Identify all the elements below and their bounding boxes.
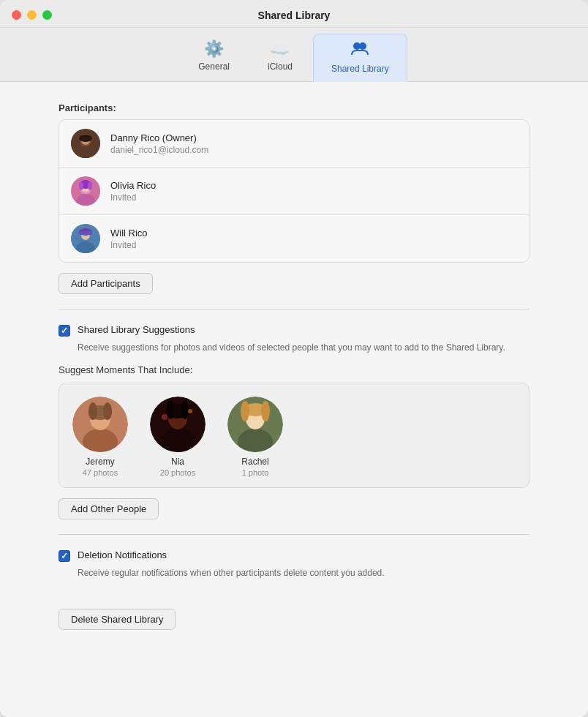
moment-count-rachel: 1 photo — [242, 468, 269, 477]
delete-shared-library-button[interactable]: Delete Shared Library — [59, 609, 176, 630]
svg-point-30 — [181, 400, 189, 419]
participant-name-olivia: Olivia Rico — [110, 180, 156, 191]
tabbar: ⚙️ General ☁️ iCloud Shared Library — [0, 28, 588, 82]
avatar-olivia — [71, 176, 100, 206]
main-content: Participants: Danny Rico (Owner) daniel_… — [0, 82, 588, 717]
shared-library-icon — [350, 40, 369, 61]
moments-grid: Jeremy 47 photos Nia — [59, 383, 529, 488]
moment-name-nia: Nia — [171, 457, 184, 467]
participant-name-will: Will Rico — [110, 228, 148, 239]
svg-point-38 — [261, 401, 270, 421]
moment-nia[interactable]: Nia 20 photos — [150, 397, 206, 477]
moment-rachel[interactable]: Rachel 1 photo — [227, 397, 283, 477]
participant-row-olivia: Olivia Rico Invited — [59, 168, 529, 215]
deletion-label: Deletion Notifications — [78, 549, 167, 560]
participant-row-danny: Danny Rico (Owner) daniel_rico1@icloud.c… — [59, 120, 529, 168]
participant-name-danny: Danny Rico (Owner) — [110, 132, 208, 143]
tab-general[interactable]: ⚙️ General — [181, 34, 247, 81]
divider-2 — [59, 534, 529, 535]
svg-point-13 — [88, 181, 92, 190]
avatar-jeremy — [72, 397, 128, 452]
deletion-desc: Receive regular notifications when other… — [78, 566, 529, 579]
tab-general-label: General — [198, 61, 230, 72]
checkmark-icon: ✓ — [61, 326, 68, 335]
svg-rect-18 — [79, 231, 92, 235]
svg-point-31 — [162, 414, 167, 420]
add-other-people-button[interactable]: Add Other People — [59, 498, 159, 519]
participants-list: Danny Rico (Owner) daniel_rico1@icloud.c… — [59, 119, 529, 263]
suggestions-checkbox[interactable]: ✓ — [59, 325, 70, 337]
moment-count-nia: 20 photos — [160, 468, 195, 477]
window-title: Shared Library — [258, 10, 331, 21]
avatar-danny — [71, 129, 100, 158]
participant-info-will: Will Rico Invited — [110, 228, 148, 250]
suggestions-desc: Receive suggestions for photos and video… — [78, 341, 529, 354]
suggest-moments-label: Suggest Moments That Include: — [59, 364, 529, 375]
participants-label: Participants: — [59, 102, 529, 113]
suggestions-checkbox-row[interactable]: ✓ Shared Library Suggestions — [59, 324, 529, 337]
avatar-nia — [150, 397, 206, 452]
maximize-button[interactable] — [42, 10, 52, 20]
app-window: Shared Library ⚙️ General ☁️ iCloud Shar… — [0, 0, 588, 717]
cloud-icon: ☁️ — [270, 40, 290, 59]
moment-count-jeremy: 47 photos — [83, 468, 118, 477]
svg-point-6 — [79, 135, 92, 142]
avatar-rachel — [227, 397, 283, 452]
divider-1 — [59, 309, 529, 309]
tab-icloud-label: iCloud — [268, 61, 293, 72]
moment-name-jeremy: Jeremy — [86, 457, 114, 467]
minimize-button[interactable] — [27, 10, 37, 20]
participant-status-will: Invited — [110, 240, 148, 250]
titlebar: Shared Library — [0, 0, 588, 28]
svg-point-24 — [103, 402, 112, 420]
svg-point-32 — [188, 409, 192, 413]
participant-row-will: Will Rico Invited — [59, 215, 529, 262]
gear-icon: ⚙️ — [204, 40, 224, 59]
add-participants-button[interactable]: Add Participants — [59, 273, 153, 294]
participant-info-danny: Danny Rico (Owner) daniel_rico1@icloud.c… — [110, 132, 208, 155]
tab-shared-library-label: Shared Library — [331, 64, 389, 74]
svg-point-29 — [167, 400, 174, 419]
suggestions-label: Shared Library Suggestions — [78, 324, 195, 335]
deletion-checkbox-row[interactable]: ✓ Deletion Notifications — [59, 549, 529, 562]
svg-point-12 — [79, 181, 83, 190]
avatar-will — [71, 224, 100, 253]
participant-status-olivia: Invited — [110, 192, 156, 203]
tab-icloud[interactable]: ☁️ iCloud — [247, 34, 313, 81]
svg-point-37 — [241, 401, 249, 421]
moment-jeremy[interactable]: Jeremy 47 photos — [72, 397, 128, 477]
traffic-lights — [12, 10, 52, 20]
moment-name-rachel: Rachel — [241, 457, 268, 467]
svg-point-1 — [359, 42, 366, 50]
tab-shared-library[interactable]: Shared Library — [313, 34, 407, 82]
svg-point-23 — [88, 402, 97, 420]
participant-info-olivia: Olivia Rico Invited — [110, 180, 156, 203]
participant-email-danny: daniel_rico1@icloud.com — [110, 145, 208, 155]
close-button[interactable] — [12, 10, 21, 20]
checkmark-icon-2: ✓ — [61, 552, 68, 560]
deletion-checkbox[interactable]: ✓ — [59, 550, 70, 562]
